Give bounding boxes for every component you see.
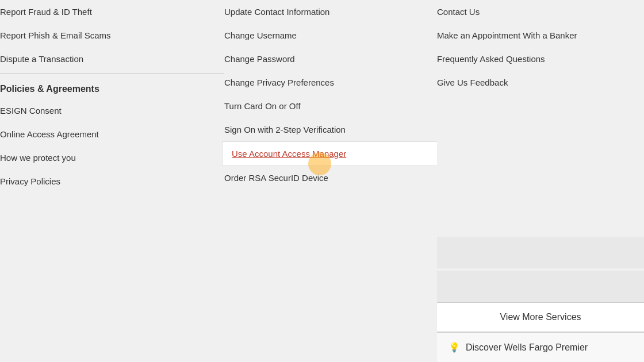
right-links-area: Contact Us Make an Appointment With a Ba… bbox=[437, 0, 644, 232]
discover-label: Discover Wells Fargo Premier bbox=[466, 342, 588, 353]
update-contact-link[interactable]: Update Contact Information bbox=[224, 0, 437, 24]
change-username-link[interactable]: Change Username bbox=[224, 24, 437, 47]
divider-1 bbox=[0, 73, 224, 74]
main-content: Report Fraud & ID Theft Report Phish & E… bbox=[0, 0, 644, 362]
how-protect-link[interactable]: How we protect you bbox=[0, 146, 224, 170]
esign-consent-link[interactable]: ESIGN Consent bbox=[0, 99, 224, 122]
turn-card-link[interactable]: Turn Card On or Off bbox=[224, 94, 437, 118]
middle-column: Update Contact Information Change Userna… bbox=[224, 0, 437, 362]
left-column: Report Fraud & ID Theft Report Phish & E… bbox=[0, 0, 224, 362]
gray-block-1 bbox=[437, 237, 644, 268]
gray-block-2 bbox=[437, 271, 644, 302]
use-account-manager-link[interactable]: Use Account Access Manager bbox=[222, 141, 439, 166]
report-fraud-link[interactable]: Report Fraud & ID Theft bbox=[0, 0, 224, 24]
report-phish-link[interactable]: Report Phish & Email Scams bbox=[0, 24, 224, 47]
dispute-transaction-link[interactable]: Dispute a Transaction bbox=[0, 47, 224, 71]
online-access-link[interactable]: Online Access Agreement bbox=[0, 122, 224, 146]
order-rsa-link[interactable]: Order RSA SecurID Device bbox=[224, 166, 437, 190]
bulb-icon: 💡 bbox=[448, 342, 460, 353]
contact-us-link[interactable]: Contact Us bbox=[437, 0, 644, 24]
view-more-services-button[interactable]: View More Services bbox=[437, 302, 644, 332]
privacy-policies-link[interactable]: Privacy Policies bbox=[0, 170, 224, 193]
policies-header: Policies & Agreements bbox=[0, 76, 224, 99]
right-column: Contact Us Make an Appointment With a Ba… bbox=[437, 0, 644, 362]
discover-wells-fargo-section[interactable]: 💡 Discover Wells Fargo Premier bbox=[437, 332, 644, 362]
make-appointment-link[interactable]: Make an Appointment With a Banker bbox=[437, 24, 644, 47]
sign-on-2step-link[interactable]: Sign On with 2-Step Verification bbox=[224, 118, 437, 141]
change-password-link[interactable]: Change Password bbox=[224, 47, 437, 71]
change-privacy-link[interactable]: Change Privacy Preferences bbox=[224, 71, 437, 94]
give-feedback-link[interactable]: Give Us Feedback bbox=[437, 71, 644, 94]
faq-link[interactable]: Frequently Asked Questions bbox=[437, 47, 644, 71]
